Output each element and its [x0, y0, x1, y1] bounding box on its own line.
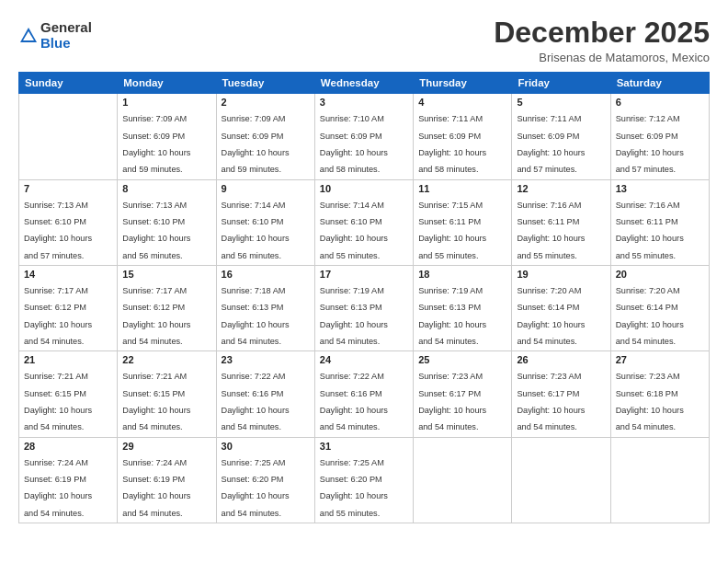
calendar-cell: 11Sunrise: 7:15 AMSunset: 6:11 PMDayligh… — [414, 179, 512, 265]
calendar-cell — [512, 437, 610, 523]
day-number: 14 — [24, 269, 112, 280]
day-info: Sunrise: 7:11 AMSunset: 6:09 PMDaylight:… — [517, 114, 585, 174]
calendar-cell: 4Sunrise: 7:11 AMSunset: 6:09 PMDaylight… — [414, 94, 512, 179]
day-number: 2 — [222, 97, 310, 108]
day-number: 22 — [122, 354, 210, 365]
day-info: Sunrise: 7:18 AMSunset: 6:13 PMDaylight:… — [222, 286, 290, 346]
day-info: Sunrise: 7:22 AMSunset: 6:16 PMDaylight:… — [320, 372, 388, 431]
day-info: Sunrise: 7:25 AMSunset: 6:20 PMDaylight:… — [320, 458, 388, 518]
col-tuesday: Tuesday — [216, 73, 314, 94]
calendar-cell: 9Sunrise: 7:14 AMSunset: 6:10 PMDaylight… — [216, 179, 314, 265]
day-number: 1 — [122, 97, 210, 108]
week-row-2: 7Sunrise: 7:13 AMSunset: 6:10 PMDaylight… — [19, 179, 710, 265]
day-info: Sunrise: 7:11 AMSunset: 6:09 PMDaylight:… — [418, 114, 486, 174]
calendar-cell: 27Sunrise: 7:23 AMSunset: 6:18 PMDayligh… — [610, 351, 709, 437]
day-number: 11 — [418, 183, 506, 194]
title-area: December 2025 Brisenas de Matamoros, Mex… — [494, 17, 710, 64]
calendar-cell: 18Sunrise: 7:19 AMSunset: 6:13 PMDayligh… — [414, 265, 512, 350]
day-number: 17 — [320, 269, 408, 280]
day-number: 12 — [517, 183, 605, 194]
logo: General Blue — [18, 20, 92, 51]
calendar-cell: 30Sunrise: 7:25 AMSunset: 6:20 PMDayligh… — [216, 437, 314, 523]
day-info: Sunrise: 7:14 AMSunset: 6:10 PMDaylight:… — [320, 201, 388, 260]
day-info: Sunrise: 7:19 AMSunset: 6:13 PMDaylight:… — [320, 286, 388, 346]
calendar-cell: 23Sunrise: 7:22 AMSunset: 6:16 PMDayligh… — [216, 351, 314, 437]
day-info: Sunrise: 7:17 AMSunset: 6:12 PMDaylight:… — [24, 286, 92, 346]
logo-icon — [18, 26, 39, 46]
day-number: 23 — [222, 354, 310, 365]
day-number: 7 — [24, 183, 112, 194]
week-row-1: 1Sunrise: 7:09 AMSunset: 6:09 PMDaylight… — [19, 94, 710, 179]
calendar-table: Sunday Monday Tuesday Wednesday Thursday… — [18, 72, 710, 523]
col-monday: Monday — [118, 73, 216, 94]
logo-blue: Blue — [40, 36, 92, 52]
calendar-cell: 2Sunrise: 7:09 AMSunset: 6:09 PMDaylight… — [216, 94, 314, 179]
location-subtitle: Brisenas de Matamoros, Mexico — [494, 51, 710, 64]
day-number: 31 — [320, 441, 408, 452]
day-number: 10 — [320, 183, 408, 194]
calendar-cell: 17Sunrise: 7:19 AMSunset: 6:13 PMDayligh… — [314, 265, 413, 350]
calendar-cell: 24Sunrise: 7:22 AMSunset: 6:16 PMDayligh… — [314, 351, 413, 437]
day-number: 19 — [517, 269, 605, 280]
day-number: 15 — [122, 269, 210, 280]
day-number: 16 — [222, 269, 310, 280]
calendar-cell: 6Sunrise: 7:12 AMSunset: 6:09 PMDaylight… — [610, 94, 709, 179]
day-info: Sunrise: 7:13 AMSunset: 6:10 PMDaylight:… — [24, 201, 92, 260]
month-title: December 2025 — [494, 17, 710, 49]
day-info: Sunrise: 7:13 AMSunset: 6:10 PMDaylight:… — [122, 201, 190, 260]
day-info: Sunrise: 7:16 AMSunset: 6:11 PMDaylight:… — [616, 201, 684, 260]
day-info: Sunrise: 7:24 AMSunset: 6:19 PMDaylight:… — [122, 458, 190, 518]
day-info: Sunrise: 7:24 AMSunset: 6:19 PMDaylight:… — [24, 458, 92, 518]
day-info: Sunrise: 7:23 AMSunset: 6:17 PMDaylight:… — [418, 372, 486, 431]
calendar-cell: 16Sunrise: 7:18 AMSunset: 6:13 PMDayligh… — [216, 265, 314, 350]
calendar-cell: 1Sunrise: 7:09 AMSunset: 6:09 PMDaylight… — [118, 94, 216, 179]
calendar-cell: 5Sunrise: 7:11 AMSunset: 6:09 PMDaylight… — [512, 94, 610, 179]
calendar-cell — [610, 437, 709, 523]
logo-text: General Blue — [40, 20, 92, 51]
col-friday: Friday — [512, 73, 610, 94]
day-info: Sunrise: 7:23 AMSunset: 6:17 PMDaylight:… — [517, 372, 585, 431]
day-info: Sunrise: 7:21 AMSunset: 6:15 PMDaylight:… — [24, 372, 92, 431]
calendar-cell: 21Sunrise: 7:21 AMSunset: 6:15 PMDayligh… — [19, 351, 118, 437]
day-info: Sunrise: 7:12 AMSunset: 6:09 PMDaylight:… — [616, 114, 684, 174]
calendar-cell: 28Sunrise: 7:24 AMSunset: 6:19 PMDayligh… — [19, 437, 118, 523]
header: General Blue December 2025 Brisenas de M… — [18, 17, 710, 64]
day-info: Sunrise: 7:15 AMSunset: 6:11 PMDaylight:… — [418, 201, 486, 260]
day-number: 8 — [122, 183, 210, 194]
day-info: Sunrise: 7:20 AMSunset: 6:14 PMDaylight:… — [517, 286, 585, 346]
calendar-cell: 15Sunrise: 7:17 AMSunset: 6:12 PMDayligh… — [118, 265, 216, 350]
day-number: 27 — [616, 354, 704, 365]
day-info: Sunrise: 7:09 AMSunset: 6:09 PMDaylight:… — [222, 114, 290, 174]
day-info: Sunrise: 7:09 AMSunset: 6:09 PMDaylight:… — [122, 114, 190, 174]
day-info: Sunrise: 7:21 AMSunset: 6:15 PMDaylight:… — [122, 372, 190, 431]
page: General Blue December 2025 Brisenas de M… — [0, 0, 728, 563]
day-number: 5 — [517, 97, 605, 108]
calendar-cell: 10Sunrise: 7:14 AMSunset: 6:10 PMDayligh… — [314, 179, 413, 265]
day-number: 18 — [418, 269, 506, 280]
day-number: 28 — [24, 441, 112, 452]
logo-general: General — [40, 20, 92, 36]
calendar-cell: 19Sunrise: 7:20 AMSunset: 6:14 PMDayligh… — [512, 265, 610, 350]
calendar-cell: 31Sunrise: 7:25 AMSunset: 6:20 PMDayligh… — [314, 437, 413, 523]
col-sunday: Sunday — [19, 73, 118, 94]
day-number: 25 — [418, 354, 506, 365]
day-number: 21 — [24, 354, 112, 365]
day-info: Sunrise: 7:16 AMSunset: 6:11 PMDaylight:… — [517, 201, 585, 260]
calendar-header-row: Sunday Monday Tuesday Wednesday Thursday… — [19, 73, 710, 94]
day-number: 13 — [616, 183, 704, 194]
day-number: 9 — [222, 183, 310, 194]
day-number: 29 — [122, 441, 210, 452]
calendar-cell — [414, 437, 512, 523]
day-info: Sunrise: 7:25 AMSunset: 6:20 PMDaylight:… — [222, 458, 290, 518]
day-number: 26 — [517, 354, 605, 365]
calendar-cell: 14Sunrise: 7:17 AMSunset: 6:12 PMDayligh… — [19, 265, 118, 350]
day-number: 3 — [320, 97, 408, 108]
day-number: 24 — [320, 354, 408, 365]
col-wednesday: Wednesday — [314, 73, 413, 94]
week-row-3: 14Sunrise: 7:17 AMSunset: 6:12 PMDayligh… — [19, 265, 710, 350]
calendar-cell: 13Sunrise: 7:16 AMSunset: 6:11 PMDayligh… — [610, 179, 709, 265]
day-info: Sunrise: 7:17 AMSunset: 6:12 PMDaylight:… — [122, 286, 190, 346]
calendar-cell: 26Sunrise: 7:23 AMSunset: 6:17 PMDayligh… — [512, 351, 610, 437]
calendar-cell: 29Sunrise: 7:24 AMSunset: 6:19 PMDayligh… — [118, 437, 216, 523]
calendar-cell — [19, 94, 118, 179]
